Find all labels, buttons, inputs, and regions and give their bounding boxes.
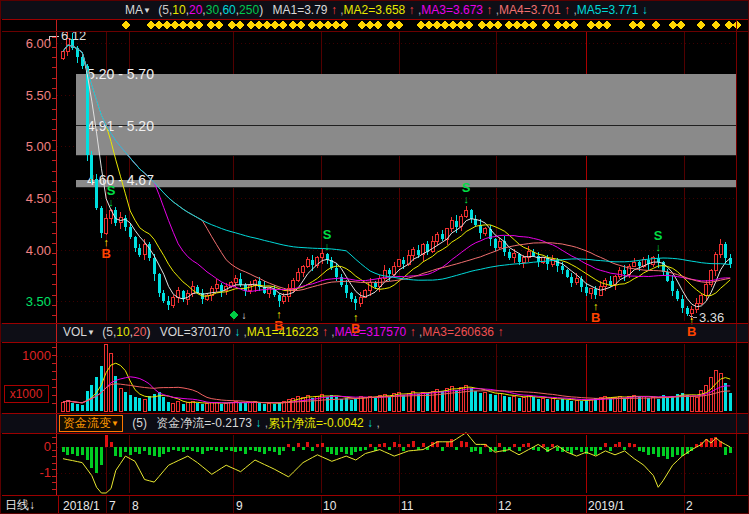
- svg-text:↓: ↓: [655, 241, 661, 253]
- chart-canvas[interactable]: 5.20 - 5.704.91 - 5.204.60 - 4.676.123.3…: [1, 1, 749, 514]
- period-label: 日线: [5, 498, 29, 512]
- period-selector[interactable]: 日线↓: [5, 497, 35, 514]
- volume-bars: [62, 344, 732, 411]
- svg-text:0: 0: [44, 439, 51, 454]
- svg-text:x1000: x1000: [10, 387, 43, 401]
- svg-text:4.91 - 5.20: 4.91 - 5.20: [87, 118, 154, 134]
- svg-text:4.60 - 4.67: 4.60 - 4.67: [87, 172, 154, 188]
- ma-indicator-dropdown[interactable]: MA▼: [125, 3, 154, 17]
- money-flow-dropdown[interactable]: 资金流变▼: [59, 415, 123, 432]
- chevron-down-icon: ▼: [111, 419, 119, 428]
- svg-text:↑: ↑: [103, 236, 109, 248]
- resistance-bands: 5.20 - 5.704.91 - 5.204.60 - 4.67: [76, 66, 736, 188]
- svg-text:↓: ↓: [242, 310, 247, 321]
- svg-text:4.50: 4.50: [26, 191, 51, 206]
- svg-text:5.20 - 5.70: 5.20 - 5.70: [87, 66, 154, 82]
- ma-label: MA: [125, 3, 143, 17]
- svg-text:5.00: 5.00: [26, 139, 51, 154]
- svg-text:S: S: [107, 183, 116, 198]
- candlesticks: [62, 32, 732, 320]
- chevron-down-icon: ▼: [87, 328, 95, 337]
- price-annotations: 6.123.36↓: [49, 28, 724, 325]
- chevron-down-icon: ▼: [143, 6, 151, 15]
- svg-text:↑: ↑: [276, 308, 282, 320]
- event-diamond-icons: [121, 20, 741, 29]
- trade-signal-markers: ↑BS↓↑BS↓↑BS↓↑BS↓↑B: [102, 180, 697, 339]
- vol-label: VOL: [63, 325, 87, 339]
- svg-text:B: B: [102, 246, 111, 261]
- ma-indicator-header: MA▼ (5,10,20,30,60,250) MA1=3.79 ↑ ,MA2=…: [1, 1, 749, 19]
- svg-text:↓: ↓: [324, 240, 330, 252]
- money-flow-values: 资金净流=-0.2173 ↓ ,累计净流=-0.0042 ↓ ,: [156, 416, 379, 430]
- money-flow-line: [63, 433, 730, 493]
- svg-text:↑: ↑: [353, 311, 359, 323]
- grid: [57, 32, 736, 514]
- svg-text:S: S: [323, 227, 332, 242]
- ma-params: (5,10,20,30,60,250): [158, 3, 263, 17]
- svg-text:5.50: 5.50: [26, 88, 51, 103]
- stock-chart-window: MA▼ (5,10,20,30,60,250) MA1=3.79 ↑ ,MA2=…: [0, 0, 749, 514]
- svg-text:↑: ↑: [593, 300, 599, 312]
- vol-values: VOL=370170 ↓ ,MA1=416223 ↑ ,MA2=317570 ↑…: [160, 325, 504, 339]
- svg-text:S: S: [654, 228, 663, 243]
- vol-params: (5,10,20): [102, 325, 150, 339]
- svg-text:3.50: 3.50: [26, 294, 51, 309]
- vol-indicator-header: VOL▼ (5,10,20) VOL=370170 ↓ ,MA1=416223 …: [1, 323, 749, 342]
- money-flow-param: (5): [132, 416, 147, 430]
- svg-text:↓: ↓: [463, 193, 469, 205]
- time-axis-bar: 日线↓: [1, 495, 749, 514]
- money-flow-bars: [62, 435, 732, 473]
- svg-text:↓: ↓: [108, 196, 114, 208]
- vol-indicator-dropdown[interactable]: VOL▼: [63, 325, 98, 339]
- money-flow-button-label: 资金流变: [63, 416, 111, 430]
- svg-text:S: S: [462, 180, 471, 195]
- ma-values: MA1=3.79 ↑ ,MA2=3.658 ↑ ,MA3=3.673 ↑ ,MA…: [272, 3, 647, 17]
- price-ma-lines: [63, 45, 730, 307]
- svg-text:1000: 1000: [22, 348, 51, 363]
- svg-text:4.00: 4.00: [26, 243, 51, 258]
- svg-text:-1: -1: [39, 465, 51, 480]
- svg-text:6.00: 6.00: [26, 36, 51, 51]
- volume-ma-lines: [63, 363, 730, 403]
- money-flow-header: 资金流变▼ (5) 资金净流=-0.2173 ↓ ,累计净流=-0.0042 ↓…: [1, 413, 749, 433]
- arrow-down-icon: ↓: [29, 498, 35, 512]
- svg-text:6.12: 6.12: [61, 28, 86, 43]
